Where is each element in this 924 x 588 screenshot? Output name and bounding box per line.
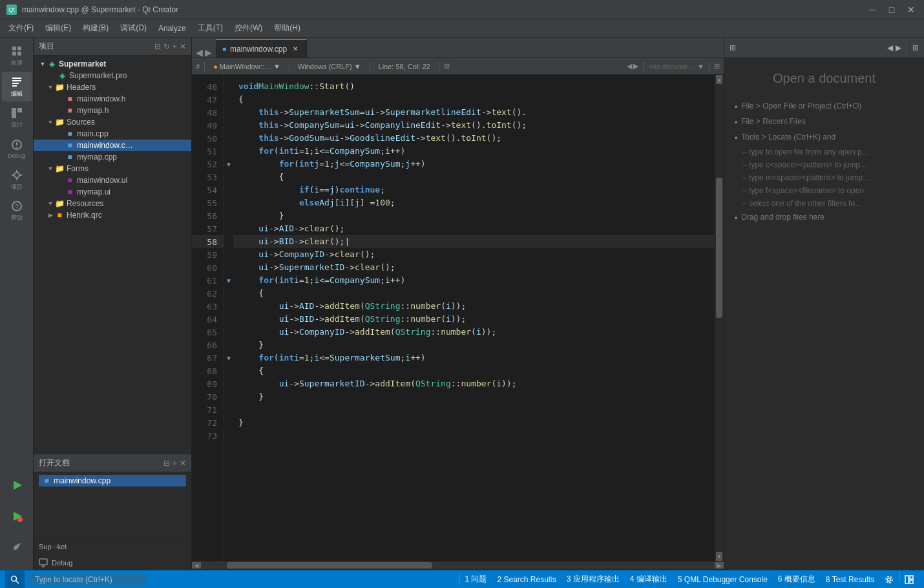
status-settings-icon[interactable]	[879, 571, 899, 589]
horizontal-scrollbar[interactable]: ◀ ▶	[192, 561, 724, 570]
status-issues[interactable]: 1 问题	[459, 571, 492, 589]
maximize-button[interactable]: □	[885, 3, 898, 16]
code-content[interactable]: void MainWindow::Start() { this->Superma…	[233, 75, 715, 561]
menu-help[interactable]: 帮助(H)	[269, 21, 306, 36]
tab-nav-left[interactable]: ◀	[196, 47, 203, 58]
sidebar-item-run[interactable]	[2, 470, 32, 500]
sidebar-item-welcome[interactable]: 欢迎	[2, 41, 32, 70]
open-doc-text-6: – type m<space><pattern> to jump…	[742, 171, 914, 184]
sidebar-item-help[interactable]: ? 帮助	[2, 196, 32, 226]
tree-item-mainwindow-ui[interactable]: ■ mainwindow.ui	[34, 174, 191, 186]
tree-item-supermarket-pro[interactable]: ◈ Supermarket.pro	[34, 70, 191, 81]
arrow-69	[224, 377, 233, 390]
close-tree-icon[interactable]: ✕	[180, 42, 186, 51]
title-bar-left: Qt mainwindow.cpp @ Supermarket - Qt Cre…	[6, 5, 178, 15]
line-num-58: 58	[192, 235, 224, 248]
toolbar-expand-icon[interactable]: ⊞	[444, 62, 450, 70]
menu-debug[interactable]: 调试(D)	[115, 21, 152, 36]
menu-analyze[interactable]: Analyze	[153, 22, 191, 35]
tree-item-headers[interactable]: ▼ 📁 Headers	[34, 81, 191, 93]
right-expand-icon2[interactable]: ⊞	[912, 43, 919, 52]
status-overview[interactable]: 6 概要信息	[773, 571, 821, 589]
filter-icon2[interactable]: ⊟	[163, 459, 170, 468]
toolbar-position-btn[interactable]: Line: 58, Col: 22	[375, 61, 434, 72]
menu-build[interactable]: 构建(B)	[78, 21, 114, 36]
tree-item-mymap-ui[interactable]: ■ mymap.ui	[34, 186, 191, 198]
status-test-results[interactable]: 8 Test Results	[821, 571, 879, 589]
project-icon: ◈	[47, 59, 57, 68]
sidebar-item-edit[interactable]: 编辑	[2, 72, 32, 101]
svg-rect-19	[39, 559, 47, 565]
cpp-file-icon2: ■	[65, 141, 75, 150]
tab-close-button[interactable]: ✕	[291, 45, 300, 54]
cpp-tab-icon: ■	[222, 45, 226, 52]
tree-item-main-cpp[interactable]: ■ main.cpp	[34, 128, 191, 140]
tree-item-forms[interactable]: ▼ 📁 Forms	[34, 163, 191, 174]
status-app-output[interactable]: 3 应用程序输出	[562, 571, 625, 589]
toolbar-function-btn[interactable]: ● MainWindow::… ▼	[209, 61, 284, 72]
ui-file-icon1: ■	[65, 176, 75, 185]
locate-search[interactable]	[25, 574, 459, 585]
menu-edit[interactable]: 编辑(E)	[40, 21, 76, 36]
menu-widgets[interactable]: 控件(W)	[229, 21, 268, 36]
status-bar: 1 问题 2 Search Results 3 应用程序输出 4 编译输出 5 …	[0, 570, 924, 588]
plus-icon2[interactable]: +	[173, 459, 177, 468]
sidebar-item-design[interactable]: 设计	[2, 103, 32, 132]
tree-item-mymap-h[interactable]: ■ mymap.h	[34, 105, 191, 116]
tree-label-sources: Sources	[67, 118, 189, 127]
menu-tools[interactable]: 工具(T)	[193, 21, 228, 36]
sidebar-item-build[interactable]	[2, 532, 32, 562]
close-button[interactable]: ✕	[905, 3, 918, 16]
status-compile-output[interactable]: 4 编译输出	[625, 571, 673, 589]
status-search-results[interactable]: 2 Search Results	[492, 571, 561, 589]
tree-item-mainwindow-h[interactable]: ■ mainwindow.h	[34, 93, 191, 105]
tree-item-resources[interactable]: ▼ 📁 Resources	[34, 198, 191, 209]
sidebar-item-run-debug[interactable]	[2, 501, 32, 531]
toolbar-nav-right[interactable]: ▶	[633, 62, 638, 70]
tab-nav-right[interactable]: ▶	[205, 47, 212, 58]
tree-item-supermarket[interactable]: ▼ ◈ Supermarket	[34, 58, 191, 70]
plus-icon[interactable]: +	[173, 42, 177, 51]
tree-item-mainwindow-cpp[interactable]: ■ mainwindow.c…	[34, 140, 191, 151]
sync-icon[interactable]: ↻	[163, 42, 170, 51]
open-doc-item-mainwindow[interactable]: ■ mainwindow.cpp	[39, 475, 186, 487]
menu-file[interactable]: 文件(F)	[3, 21, 39, 36]
open-doc-text-3: Tools > Locate (Ctrl+K) and	[741, 130, 835, 144]
toolbar-nav-left[interactable]: ◀	[627, 62, 632, 70]
arrow-59	[224, 248, 233, 261]
tree-item-henrik-qrc[interactable]: ▶ ■ Henrik.qrc	[34, 209, 191, 221]
arrow-67[interactable]: ▼	[224, 352, 233, 364]
vertical-scrollbar[interactable]: ▲ ▼	[715, 75, 724, 561]
sidebar-item-debug[interactable]: Debug	[2, 134, 32, 163]
code-line-72: }	[233, 416, 715, 429]
tree-label-mainwindow-cpp: mainwindow.c…	[77, 141, 189, 150]
locate-input[interactable]	[30, 574, 146, 585]
right-expand-icon[interactable]: ⊞	[730, 43, 736, 52]
close-bottom-icon[interactable]: ✕	[180, 459, 186, 468]
tree-item-sources[interactable]: ▼ 📁 Sources	[34, 116, 191, 128]
arrow-52[interactable]: ▼	[224, 158, 233, 171]
toolbar-encoding-btn[interactable]: Windows (CRLF) ▼	[294, 61, 365, 72]
filter-icon[interactable]: ⊟	[154, 42, 161, 51]
toolbar-no-doc-dropdown[interactable]: ▼	[697, 63, 704, 70]
window-controls[interactable]: ─ □ ✕	[866, 3, 918, 16]
right-nav-right[interactable]: ▶	[896, 43, 901, 52]
minimize-button[interactable]: ─	[866, 3, 879, 16]
sources-folder-icon: 📁	[54, 118, 65, 127]
editor-tab-mainwindow[interactable]: ■ mainwindow.cpp ✕	[216, 39, 307, 58]
qrc-file-icon: ■	[54, 211, 65, 220]
toolbar-right-expand[interactable]: ⊞	[714, 62, 720, 70]
line-numbers: 46 47 48 49 50 51 52 53 54 55 56 57 58 5…	[192, 75, 224, 561]
tree-item-mymap-cpp[interactable]: ■ mymap.cpp	[34, 151, 191, 163]
right-nav-left[interactable]: ◀	[887, 43, 893, 52]
arrow-47	[224, 93, 233, 106]
status-layout-btn[interactable]	[899, 571, 919, 589]
menu-bar: 文件(F) 编辑(E) 构建(B) 调试(D) Analyze 工具(T) 控件…	[0, 19, 924, 37]
status-compile-label: 4 编译输出	[630, 574, 667, 585]
file-tree-header: 项目 ⊟ ↻ + ✕	[34, 37, 191, 56]
arrow-61[interactable]: ▼	[224, 274, 233, 287]
status-qml-debugger[interactable]: 5 QML Debugger Console	[673, 571, 773, 589]
line-num-47: 47	[192, 93, 224, 106]
arrow-51	[224, 145, 233, 158]
sidebar-item-project[interactable]: 项目	[2, 165, 32, 194]
